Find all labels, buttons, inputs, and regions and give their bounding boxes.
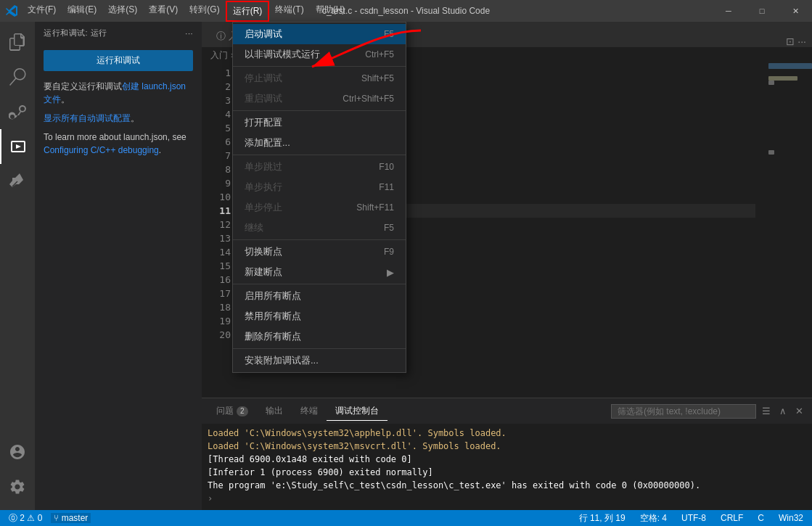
enable-all-bp-label: 启用所有断点 bbox=[245, 289, 301, 303]
menu-item-enable-all-bp[interactable]: 启用所有断点 bbox=[233, 286, 406, 306]
continue-shortcut: F5 bbox=[384, 223, 394, 233]
status-line-ending[interactable]: CRLF bbox=[718, 513, 746, 523]
menu-run[interactable]: 运行(R) bbox=[226, 1, 270, 22]
show-debug-configs-link[interactable]: 显示所有自动调试配置 bbox=[44, 113, 131, 123]
menu-item-install-debugger[interactable]: 安装附加调试器... bbox=[233, 350, 406, 371]
menu-item-step-into[interactable]: 单步执行 F11 bbox=[233, 177, 406, 197]
step-into-label: 单步执行 bbox=[245, 181, 282, 194]
svg-rect-3 bbox=[768, 150, 774, 155]
sidebar-more-icon[interactable]: ··· bbox=[185, 29, 193, 38]
window-controls: ─ □ ✕ bbox=[712, 0, 812, 22]
sidebar-header-actions: ··· bbox=[185, 29, 193, 38]
panel-content: Loaded 'C:\Windows\system32\apphelp.dll'… bbox=[202, 424, 812, 510]
menu-item-toggle-breakpoint[interactable]: 切换断点 F9 bbox=[233, 242, 406, 262]
sidebar-learn-text: To learn more about launch.json, see Con… bbox=[44, 131, 193, 157]
tab-terminal[interactable]: 终端 bbox=[292, 402, 327, 420]
menu-select[interactable]: 选择(S) bbox=[102, 1, 143, 22]
menu-edit[interactable]: 编辑(E) bbox=[62, 1, 102, 22]
svg-rect-2 bbox=[768, 81, 774, 85]
menu-section-5: 切换断点 F9 新建断点 ▶ bbox=[233, 240, 406, 284]
step-over-label: 单步跳过 bbox=[245, 160, 282, 173]
panel-tab-actions: ☰ ∧ ✕ bbox=[611, 404, 806, 419]
start-debug-label: 启动调试 bbox=[245, 28, 282, 41]
run-without-debug-shortcut: Ctrl+F5 bbox=[365, 49, 394, 59]
sidebar: 运行和调试: 运行 ··· 运行和调试 要自定义运行和调试创建 launch.j… bbox=[35, 22, 202, 510]
panel-line-5: The program 'e:\Study_self\c_test\csdn_l… bbox=[208, 479, 806, 492]
remove-all-bp-label: 删除所有断点 bbox=[245, 330, 301, 343]
panel-close-icon[interactable]: ✕ bbox=[792, 406, 806, 416]
sidebar-description2: 显示所有自动调试配置。 bbox=[44, 112, 193, 125]
menu-item-remove-all-bp[interactable]: 删除所有断点 bbox=[233, 326, 406, 347]
menu-item-continue[interactable]: 继续 F5 bbox=[233, 218, 406, 238]
activity-account[interactable] bbox=[0, 435, 35, 469]
menu-item-open-config[interactable]: 打开配置 bbox=[233, 112, 406, 133]
status-git[interactable]: ⑂ master bbox=[51, 513, 91, 523]
minimap-content bbox=[768, 63, 812, 398]
status-cursor[interactable]: 行 11, 列 19 bbox=[576, 512, 628, 525]
menu-section-7: 安装附加调试器... bbox=[233, 349, 406, 372]
configure-cpp-link[interactable]: Configuring C/C++ debugging bbox=[44, 145, 159, 155]
menu-item-run-without-debug[interactable]: 以非调试模式运行 Ctrl+F5 bbox=[233, 44, 406, 65]
activity-extensions[interactable] bbox=[0, 164, 35, 199]
submenu-arrow-icon: ▶ bbox=[387, 267, 394, 278]
disable-all-bp-label: 禁用所有断点 bbox=[245, 310, 301, 323]
status-bar-right: 行 11, 列 19 空格: 4 UTF-8 CRLF C Win32 bbox=[576, 512, 806, 525]
activity-explorer[interactable] bbox=[0, 25, 35, 59]
tab-output[interactable]: 输出 bbox=[257, 402, 292, 420]
status-encoding[interactable]: UTF-8 bbox=[678, 513, 709, 523]
menu-view[interactable]: 查看(V) bbox=[143, 1, 184, 22]
sidebar-title: 运行和调试: 运行 bbox=[44, 28, 107, 38]
menu-item-restart-debug[interactable]: 重启调试 Ctrl+Shift+F5 bbox=[233, 89, 406, 109]
sidebar-content: 运行和调试 要自定义运行和调试创建 launch.json 文件。 显示所有自动… bbox=[35, 44, 202, 510]
minimap bbox=[761, 63, 812, 398]
activity-search[interactable] bbox=[0, 59, 35, 94]
split-editor-icon[interactable]: ⊡ bbox=[786, 36, 795, 47]
step-into-shortcut: F11 bbox=[379, 182, 394, 192]
maximize-button[interactable]: □ bbox=[745, 0, 779, 22]
line-numbers: 1 2 3 4 5 6 7 8 9 10 11 12 13 14 15 16 1… bbox=[202, 63, 237, 398]
activity-bar-bottom bbox=[0, 435, 35, 510]
menu-item-disable-all-bp[interactable]: 禁用所有断点 bbox=[233, 306, 406, 326]
create-launch-json-link[interactable]: 创建 launch.json 文件 bbox=[44, 81, 186, 104]
more-actions-icon[interactable]: ··· bbox=[797, 36, 806, 47]
menu-section-2: 停止调试 Shift+F5 重启调试 Ctrl+Shift+F5 bbox=[233, 67, 406, 111]
menu-goto[interactable]: 转到(G) bbox=[184, 1, 225, 22]
menu-file[interactable]: 文件(F) bbox=[22, 1, 62, 22]
menu-item-step-over[interactable]: 单步跳过 F10 bbox=[233, 157, 406, 177]
activity-settings[interactable] bbox=[0, 469, 35, 504]
panel-filter-input[interactable] bbox=[611, 404, 756, 419]
menu-item-add-config[interactable]: 添加配置... bbox=[233, 133, 406, 153]
menu-section-1: 启动调试 F5 以非调试模式运行 Ctrl+F5 bbox=[233, 22, 406, 67]
tab-debug-console[interactable]: 调试控制台 bbox=[327, 402, 387, 421]
run-dropdown-menu[interactable]: 启动调试 F5 以非调试模式运行 Ctrl+F5 停止调试 Shift+F5 重… bbox=[232, 22, 406, 373]
tab-problems[interactable]: 问题 2 bbox=[208, 402, 257, 420]
panel-line-1: Loaded 'C:\Windows\system32\apphelp.dll'… bbox=[208, 427, 806, 440]
step-out-label: 单步停止 bbox=[245, 201, 282, 214]
menu-item-start-debug[interactable]: 启动调试 F5 bbox=[233, 24, 406, 44]
toggle-bp-shortcut: F9 bbox=[384, 247, 394, 257]
continue-label: 继续 bbox=[245, 221, 263, 234]
breadcrumb-item-0[interactable]: 入门 bbox=[210, 49, 228, 62]
run-without-debug-label: 以非调试模式运行 bbox=[245, 48, 320, 61]
svg-rect-1 bbox=[768, 76, 797, 81]
menu-item-new-breakpoint[interactable]: 新建断点 ▶ bbox=[233, 262, 406, 282]
menu-item-stop-debug[interactable]: 停止调试 Shift+F5 bbox=[233, 68, 406, 89]
menu-terminal[interactable]: 终端(T) bbox=[269, 1, 309, 22]
close-button[interactable]: ✕ bbox=[779, 0, 812, 22]
minimize-button[interactable]: ─ bbox=[712, 0, 745, 22]
status-spaces[interactable]: 空格: 4 bbox=[637, 512, 670, 525]
activity-git[interactable] bbox=[0, 94, 35, 129]
problems-badge: 2 bbox=[237, 406, 248, 416]
panel-expand-icon[interactable]: ∧ bbox=[776, 406, 790, 416]
tab-problems-label: 问题 bbox=[216, 405, 234, 417]
panel-menu-icon[interactable]: ☰ bbox=[759, 406, 774, 416]
status-language[interactable]: C bbox=[755, 513, 767, 523]
status-errors[interactable]: ⓪ 2 ⚠ 0 bbox=[6, 512, 45, 525]
activity-bar bbox=[0, 22, 35, 510]
status-platform[interactable]: Win32 bbox=[776, 513, 806, 523]
activity-debug[interactable] bbox=[0, 129, 35, 164]
step-over-shortcut: F10 bbox=[379, 162, 394, 172]
run-debug-button[interactable]: 运行和调试 bbox=[44, 50, 193, 71]
menu-item-step-out[interactable]: 单步停止 Shift+F11 bbox=[233, 197, 406, 218]
panel-line-2: Loaded 'C:\Windows\system32\msvcrt.dll'.… bbox=[208, 440, 806, 453]
